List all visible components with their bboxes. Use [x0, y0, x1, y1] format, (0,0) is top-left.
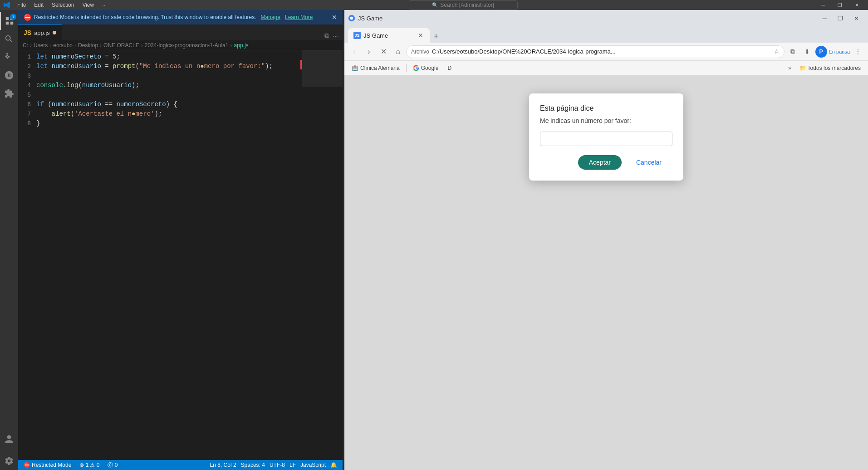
more-actions-button[interactable]: ···	[332, 31, 339, 40]
new-tab-button[interactable]: +	[430, 30, 442, 43]
profile-button[interactable]: P	[815, 46, 827, 58]
close-button[interactable]: ✕	[849, 0, 864, 10]
dialog-message: Me indicas un número por favor:	[540, 117, 672, 124]
titlebar-right: ─ ❐ ✕	[816, 0, 864, 10]
language-status[interactable]: JavaScript	[299, 462, 328, 468]
git-status[interactable]: ⓪ 0	[106, 461, 119, 469]
tab-appjs[interactable]: JS app.js	[18, 24, 62, 40]
code-line-1: 1 let numeroSecreto = 5;	[18, 52, 343, 62]
minimap-slider	[302, 50, 343, 87]
browser-title: JS Game	[358, 15, 383, 22]
banner-close-button[interactable]: ✕	[332, 14, 337, 21]
browser-close[interactable]: ✕	[848, 10, 864, 26]
forward-button[interactable]: ›	[363, 45, 375, 58]
bookmark-star[interactable]: ☆	[774, 48, 780, 55]
minimize-button[interactable]: ─	[816, 0, 830, 10]
browser-win-buttons: ─ ❐ ✕	[817, 10, 864, 26]
svg-point-1	[350, 17, 353, 20]
bookmark-d[interactable]: D	[444, 63, 455, 73]
line-col-status[interactable]: Ln 8, Col 2	[208, 462, 238, 468]
address-bar[interactable]: Archivo C:/Users/eotsubo/Desktop/ONE%20O…	[406, 45, 785, 58]
home-button[interactable]: ⌂	[392, 45, 404, 58]
dialog-box: Esta página dice Me indicas un número po…	[529, 93, 683, 181]
activity-account[interactable]	[0, 430, 18, 448]
code-line-3: 3	[18, 71, 343, 81]
extensions-button[interactable]: ⧉	[786, 45, 799, 58]
menu-view[interactable]: View	[78, 1, 98, 9]
code-line-7: 7 alert('Acertaste el n●mero');	[18, 109, 343, 119]
encoding-status[interactable]: UTF-8	[268, 462, 287, 468]
browser-content: Esta página dice Me indicas un número po…	[344, 75, 868, 470]
activity-git[interactable]	[0, 48, 18, 66]
bookmark-google[interactable]: Google	[409, 63, 442, 73]
activity-extensions[interactable]	[0, 84, 18, 103]
dialog-buttons: Aceptar Cancelar	[540, 155, 672, 170]
vscode-titlebar: File Edit Selection View ··· 🔍 Search [A…	[0, 0, 868, 10]
menu-more[interactable]: ···	[98, 1, 110, 9]
status-bar: ⛔ Restricted Mode ⊗ 1 ⚠ 0 ⓪ 0 Ln 8, Col …	[18, 460, 343, 470]
back-button[interactable]: ‹	[348, 45, 361, 58]
menu-file[interactable]: File	[14, 1, 29, 9]
titlebar-menus: File Edit Selection View ···	[14, 1, 110, 9]
menu-selection[interactable]: Selection	[48, 1, 78, 9]
protocol-label: Archivo	[411, 49, 429, 55]
eol-status[interactable]: LF	[288, 462, 298, 468]
chrome-tab-close[interactable]: ✕	[417, 31, 424, 40]
chrome-tab-jsgame[interactable]: JS JS Game ✕	[348, 28, 430, 43]
chrome-icon	[348, 15, 355, 22]
learn-more-link[interactable]: Learn More	[285, 14, 313, 20]
chrome-tab-bar: JS JS Game ✕ +	[344, 26, 868, 43]
bookmark-clinica[interactable]: 🏥 Clínica Alemana	[348, 63, 403, 73]
reload-button[interactable]: ✕	[377, 45, 390, 58]
manage-link[interactable]: Manage	[261, 14, 280, 20]
activity-debug[interactable]	[0, 66, 18, 84]
code-line-5: 5	[18, 90, 343, 100]
bell-status[interactable]: 🔔	[329, 462, 339, 468]
dialog-cancel-button[interactable]: Cancelar	[625, 155, 672, 170]
dialog-input[interactable]	[540, 132, 672, 146]
folder-icon: 📁	[799, 65, 806, 71]
bookmarks-folder[interactable]: 📁 Todos los marcadores	[796, 63, 864, 73]
error-gutter	[300, 60, 302, 69]
breadcrumb-c[interactable]: C:	[23, 42, 28, 49]
activity-search[interactable]	[0, 30, 18, 48]
errors-status[interactable]: ⊗ 1 ⚠ 0	[78, 462, 101, 468]
browser-panel: JS Game ─ ❐ ✕ JS JS Game ✕ + ‹ › ✕ ⌂ Arc	[344, 10, 868, 470]
downloads-button[interactable]: ⬇	[801, 45, 814, 58]
titlebar-search[interactable]: 🔍 Search [Administrator]	[409, 0, 518, 10]
breadcrumb-desktop[interactable]: Desktop	[78, 42, 98, 49]
breadcrumb-folder[interactable]: 2034-logica-programacion-1-Aula1	[145, 42, 229, 49]
browser-minimize[interactable]: ─	[817, 10, 832, 26]
breadcrumb-eotsubo[interactable]: eotsubo	[53, 42, 73, 49]
activity-explorer[interactable]: 1	[0, 12, 18, 30]
split-editor-button[interactable]: ⧉	[324, 31, 330, 40]
pause-label: En pausa	[829, 49, 850, 54]
dialog-accept-button[interactable]: Aceptar	[578, 155, 622, 170]
breadcrumb-users[interactable]: Users	[34, 42, 48, 49]
chrome-menu-button[interactable]: ⋮	[852, 45, 864, 58]
js-file-icon: JS	[24, 29, 31, 36]
clinica-icon: 🏥	[352, 65, 358, 71]
browser-restore[interactable]: ❐	[832, 10, 848, 26]
menu-edit[interactable]: Edit	[30, 1, 47, 9]
breadcrumb-file[interactable]: app.js	[234, 42, 249, 49]
restricted-mode-status[interactable]: ⛔ Restricted Mode	[22, 462, 73, 468]
restore-button[interactable]: ❐	[832, 0, 848, 10]
titlebar-center: 🔍 Search [Administrator]	[110, 0, 816, 10]
editor-area: ⛔ Restricted Mode is intended for safe c…	[18, 10, 343, 470]
profile-area: P En pausa	[815, 45, 850, 58]
tab-favicon: JS	[353, 32, 361, 39]
chrome-actions: ⧉ ⬇ P En pausa ⋮	[786, 45, 864, 58]
editor-tab-bar: JS app.js ⧉ ···	[18, 24, 343, 40]
code-editor[interactable]: 1 let numeroSecreto = 5; 2 let numeroUsu…	[18, 50, 343, 460]
chrome-tab-title: JS Game	[363, 32, 414, 39]
search-placeholder: Search [Administrator]	[440, 2, 494, 8]
spaces-status[interactable]: Spaces: 4	[239, 462, 267, 468]
breadcrumb-one-oracle[interactable]: ONE ORACLE	[103, 42, 139, 49]
vscode-icon	[4, 2, 10, 8]
activity-settings[interactable]	[0, 452, 18, 470]
code-line-4: 4 console.log(numeroUsuario);	[18, 81, 343, 90]
status-right: Ln 8, Col 2 Spaces: 4 UTF-8 LF JavaScrip…	[208, 462, 339, 468]
minimap	[302, 50, 343, 460]
bookmarks-more-button[interactable]: »	[785, 63, 794, 73]
